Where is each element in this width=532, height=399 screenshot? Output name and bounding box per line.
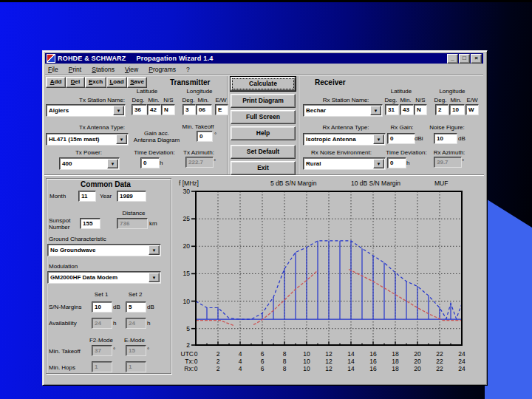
load-button[interactable]: Load <box>106 77 127 88</box>
full-screen-button[interactable]: Full Screen <box>231 110 296 124</box>
title-bar[interactable]: ROHDE & SCHWARZ Propagation Wizard 1.4 _… <box>45 53 483 64</box>
modulation-label: Modulation <box>49 263 78 270</box>
svg-text:Tx:: Tx: <box>185 358 194 365</box>
tx-lat-ns-field[interactable]: N <box>161 104 175 115</box>
chevron-down-icon[interactable]: ▼ <box>116 134 127 144</box>
chevron-down-icon[interactable]: ▼ <box>107 159 118 168</box>
sunspot-label: Sunspot Number <box>49 217 70 231</box>
tx-lat-min-label: Min. <box>147 97 160 103</box>
menu-stations[interactable]: Stations <box>92 66 115 74</box>
tx-lat-min-field[interactable]: 42 <box>147 104 161 115</box>
menu-bar: File Print Stations View Programs ? <box>45 64 483 75</box>
f2-mode-header: F2-Mode <box>86 337 117 344</box>
rx-lon-ew-field[interactable]: W <box>466 104 479 115</box>
svg-text:16: 16 <box>369 358 377 365</box>
print-diagram-button[interactable]: Print Diagram <box>231 94 296 108</box>
month-label: Month <box>50 193 66 200</box>
chevron-down-icon[interactable]: ▼ <box>370 106 381 115</box>
calculate-button[interactable]: Calculate <box>231 77 296 91</box>
menu-file[interactable]: File <box>48 66 58 74</box>
exch-button[interactable]: Exch <box>85 77 106 88</box>
tx-lon-ew-field[interactable]: E <box>215 104 228 115</box>
sn-margin-set1-field[interactable]: 10 <box>92 301 112 313</box>
svg-text:6: 6 <box>261 350 265 358</box>
rx-azimuth-label: Rx Azimuth: <box>430 149 468 156</box>
menu-view[interactable]: View <box>125 66 138 74</box>
svg-text:6: 6 <box>261 358 265 365</box>
add-button[interactable]: Add <box>46 77 66 88</box>
help-button[interactable]: Help <box>231 126 296 140</box>
tx-power-select[interactable]: 400 ▼ <box>59 157 120 170</box>
svg-text:25: 25 <box>183 215 191 222</box>
chevron-down-icon[interactable]: ▼ <box>373 134 384 144</box>
propagation-chart: 302520151052f [MHz]5 dB S/N Margin10 dB … <box>176 177 486 378</box>
svg-text:22: 22 <box>436 365 443 372</box>
window-title-brand: ROHDE & SCHWARZ <box>58 55 126 62</box>
svg-text:15: 15 <box>183 270 191 277</box>
maximize-button[interactable]: □ <box>459 54 470 64</box>
chevron-down-icon[interactable]: ▼ <box>373 159 384 168</box>
minimize-button[interactable]: _ <box>447 54 458 64</box>
rx-noise-figure-unit: dB <box>458 135 466 142</box>
rx-timedev-field[interactable]: 0 <box>387 157 406 168</box>
month-field[interactable]: 11 <box>78 191 96 202</box>
exit-button[interactable]: Exit <box>231 161 296 175</box>
menu-programs[interactable]: Programs <box>149 66 176 74</box>
modulation-select[interactable]: GM2000HF Data Modem ▼ <box>47 271 161 284</box>
rx-lat-min-field[interactable]: 43 <box>400 104 414 115</box>
svg-text:14: 14 <box>347 365 355 372</box>
tx-timedev-field[interactable]: 0 <box>140 157 160 168</box>
rx-lon-min-field[interactable]: 10 <box>449 104 465 115</box>
tx-station-select[interactable]: Algiers ▼ <box>46 104 126 117</box>
svg-text:2: 2 <box>216 365 220 372</box>
avail1-unit: h <box>113 320 116 327</box>
tx-lon-min-field[interactable]: 06 <box>196 104 212 115</box>
rx-station-label: Rx Station Name: <box>309 97 383 103</box>
tx-lat-deg-field[interactable]: 36 <box>132 104 147 115</box>
chevron-down-icon[interactable]: ▼ <box>149 273 160 282</box>
min-hops-label: Min. Hops <box>49 364 75 371</box>
rx-antenna-select[interactable]: Isotropic Antenna ▼ <box>303 133 386 146</box>
svg-text:10: 10 <box>303 350 310 358</box>
chevron-down-icon[interactable]: ▼ <box>113 106 124 115</box>
tx-timedev-unit: h <box>160 160 163 166</box>
svg-text:18: 18 <box>392 365 399 372</box>
set-default-button[interactable]: Set Default <box>231 145 296 159</box>
rx-lat-min-label: Min. <box>399 97 412 103</box>
ground-select[interactable]: No Groundwave ▼ <box>47 244 161 256</box>
e-mode-header: E-Mode <box>120 337 149 344</box>
year-label: Year <box>100 193 112 200</box>
menu-print[interactable]: Print <box>69 66 81 74</box>
svg-text:22: 22 <box>436 358 443 365</box>
tx-antenna-select[interactable]: HL471 (15m mast) ▼ <box>46 133 129 146</box>
tx-lon-deg-field[interactable]: 3 <box>183 104 196 115</box>
rx-noise-figure-field[interactable]: 10 <box>434 133 457 144</box>
menu-help[interactable]: ? <box>186 66 190 74</box>
rx-lon-deg-label: Deg. <box>434 97 447 103</box>
rx-lat-deg-field[interactable]: 31 <box>385 104 399 115</box>
tx-min-takeoff-field[interactable]: 0 <box>197 131 213 142</box>
svg-text:UTC: UTC <box>181 350 194 358</box>
rx-lat-deg-label: Deg. <box>383 97 398 103</box>
svg-text:20: 20 <box>183 242 191 250</box>
del-button[interactable]: Del <box>66 77 85 88</box>
sn-margin-set2-field[interactable]: 5 <box>126 301 146 313</box>
tx-lat-ns-label: N/S <box>161 97 176 103</box>
rx-lon-deg-field[interactable]: 2 <box>435 104 449 115</box>
sunspot-field[interactable]: 155 <box>80 218 100 229</box>
svg-text:0: 0 <box>194 350 198 358</box>
rx-station-select[interactable]: Bechar ▼ <box>303 104 383 117</box>
svg-text:20: 20 <box>414 358 421 365</box>
distance-unit: km <box>149 220 157 227</box>
close-button[interactable]: × <box>471 54 482 64</box>
rx-noise-env-select[interactable]: Rural ▼ <box>303 157 386 170</box>
svg-text:16: 16 <box>369 365 377 372</box>
rx-lat-ns-field[interactable]: N <box>414 104 427 115</box>
rx-gain-field[interactable]: 0 <box>387 133 415 144</box>
svg-text:f [MHz]: f [MHz] <box>179 180 199 187</box>
distance-label: Distance <box>115 210 152 216</box>
svg-text:10: 10 <box>183 298 191 305</box>
year-field[interactable]: 1989 <box>117 191 146 202</box>
save-button[interactable]: Save <box>127 77 147 88</box>
chevron-down-icon[interactable]: ▼ <box>149 245 160 255</box>
